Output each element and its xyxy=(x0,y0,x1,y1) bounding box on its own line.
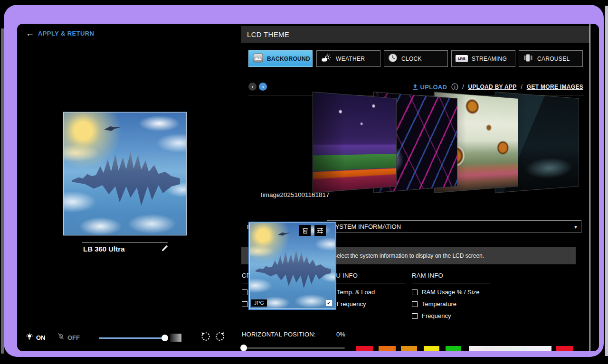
power-on-label: ON xyxy=(36,334,46,341)
brightness-slider-thumb[interactable] xyxy=(162,335,168,341)
image-icon xyxy=(253,53,263,65)
dropdown-selected-value: SYSTEM INFORMATION xyxy=(331,223,401,230)
format-badge: JPG xyxy=(251,299,267,307)
upload-by-app-link[interactable]: UPLOAD BY APP xyxy=(468,84,517,90)
page-title: LCD THEME xyxy=(247,30,289,38)
lcd-preview-image xyxy=(63,112,187,235)
checkbox[interactable] xyxy=(412,289,418,295)
horizontal-position-slider-track[interactable] xyxy=(242,347,345,349)
horizontal-position-value: 0% xyxy=(336,331,345,338)
additional-info-dropdown[interactable]: SYSTEM INFORMATION ▾ xyxy=(327,220,581,233)
checkbox-label: Temp. & Load xyxy=(337,289,375,296)
tab-label: CAROUSEL xyxy=(537,56,570,62)
bulb-on-icon xyxy=(26,333,33,343)
checkbox-label: RAM Usage % / Size xyxy=(422,289,479,296)
tab-label: CLOCK xyxy=(401,56,422,62)
purple-frame: ← APPLY & RETURN LB 360 Ultra ON OFF xyxy=(4,5,604,357)
tab-label: STREAMING xyxy=(472,56,507,62)
tab-weather[interactable]: WEATHER xyxy=(316,50,380,67)
apply-return-button[interactable]: ← APPLY & RETURN xyxy=(26,28,94,38)
checkbox-ram-temperature[interactable]: Temperature xyxy=(412,300,456,308)
bulb-off-icon xyxy=(57,333,65,343)
delete-image-button[interactable] xyxy=(299,225,311,236)
tab-label: BACKGROUND xyxy=(267,56,310,62)
upload-label: UPLOAD xyxy=(420,84,447,91)
power-off-label: OFF xyxy=(67,334,80,341)
lcd-power-on-button[interactable]: ON xyxy=(26,333,46,343)
color-swatch-green[interactable] xyxy=(446,346,461,351)
checkbox-label: Temperature xyxy=(422,300,456,308)
link-separator: / xyxy=(462,84,464,90)
checkbox-ram-usage[interactable]: RAM Usage % / Size xyxy=(412,289,479,296)
live-icon: LIVE xyxy=(456,55,468,62)
tab-streaming[interactable]: LIVE STREAMING xyxy=(451,50,515,67)
gallery-prev-button[interactable]: ‹ xyxy=(248,83,256,91)
upload-links-row: UPLOAD ⓘ / UPLOAD BY APP / GET MORE IMAG… xyxy=(412,82,584,92)
device-name-divider xyxy=(82,243,168,243)
checkbox[interactable] xyxy=(242,289,247,295)
horizontal-position-slider-thumb[interactable] xyxy=(240,345,247,351)
trash-icon xyxy=(302,227,308,234)
chevron-down-icon: ▾ xyxy=(574,224,577,230)
upload-button[interactable]: UPLOAD xyxy=(412,84,447,91)
color-swatch-yellow[interactable] xyxy=(424,346,439,351)
app-window: ← APPLY & RETURN LB 360 Ultra ON OFF xyxy=(0,0,608,364)
brightness-slider-track[interactable] xyxy=(99,337,165,339)
link-separator: / xyxy=(521,84,522,90)
color-swatch-amber[interactable] xyxy=(401,346,417,351)
info-icon[interactable]: ⓘ xyxy=(451,84,458,90)
checkbox-label: Frequency xyxy=(422,312,451,319)
thumbnail-selected[interactable]: JPG ✓ xyxy=(248,222,336,310)
tab-carousel[interactable]: CAROUSEL xyxy=(519,50,583,67)
tab-label: WEATHER xyxy=(336,56,365,62)
checkbox[interactable] xyxy=(412,313,418,319)
edit-name-icon[interactable] xyxy=(161,245,168,252)
lcd-power-off-button[interactable]: OFF xyxy=(57,333,80,343)
rotate-clockwise-button[interactable] xyxy=(215,331,226,343)
clock-icon xyxy=(388,53,398,65)
tab-background[interactable]: BACKGROUND xyxy=(248,50,313,67)
helper-text: Select the system information to display… xyxy=(333,252,484,259)
window-edge-right xyxy=(605,6,608,356)
checkbox[interactable] xyxy=(412,301,418,307)
color-swatch-orange[interactable] xyxy=(379,346,396,351)
gallery-next-button[interactable]: › xyxy=(259,83,267,91)
back-arrow-icon: ← xyxy=(26,28,34,38)
horizontal-position-label: HORIZONTAL POSITION: xyxy=(242,331,316,338)
ram-info-title: RAM INFO xyxy=(412,272,443,279)
vertical-scrollbar[interactable] xyxy=(589,24,590,351)
color-swatch-light-gradient[interactable] xyxy=(469,346,551,351)
apply-return-label: APPLY & RETURN xyxy=(38,30,94,37)
color-swatch-red-2[interactable] xyxy=(556,346,573,351)
weather-icon xyxy=(321,53,332,65)
carousel-icon xyxy=(523,53,533,65)
checkbox-ram-frequency[interactable]: Frequency xyxy=(412,312,451,319)
color-swatch-red[interactable] xyxy=(356,346,373,351)
checkbox-label: Frequency xyxy=(337,300,366,308)
ram-info-underline xyxy=(412,283,490,283)
thumbnail-pixel-forest[interactable] xyxy=(313,92,397,193)
gpu-info-underline xyxy=(327,283,405,283)
device-name: LB 360 Ultra xyxy=(83,245,125,253)
rotate-counterclockwise-button[interactable] xyxy=(200,331,212,343)
adjust-image-button[interactable] xyxy=(314,225,326,236)
checkbox[interactable] xyxy=(242,301,247,307)
upload-icon xyxy=(412,84,418,90)
main-content: ← APPLY & RETURN LB 360 Ultra ON OFF xyxy=(17,24,599,351)
lcd-theme-header: LCD THEME xyxy=(241,26,590,43)
thumbnail-checkbox[interactable]: ✓ xyxy=(326,300,332,306)
brightness-gradient-swatch xyxy=(170,334,181,342)
get-more-images-link[interactable]: GET MORE IMAGES xyxy=(527,84,583,90)
tab-clock[interactable]: CLOCK xyxy=(384,50,448,67)
sliders-icon xyxy=(317,227,323,234)
